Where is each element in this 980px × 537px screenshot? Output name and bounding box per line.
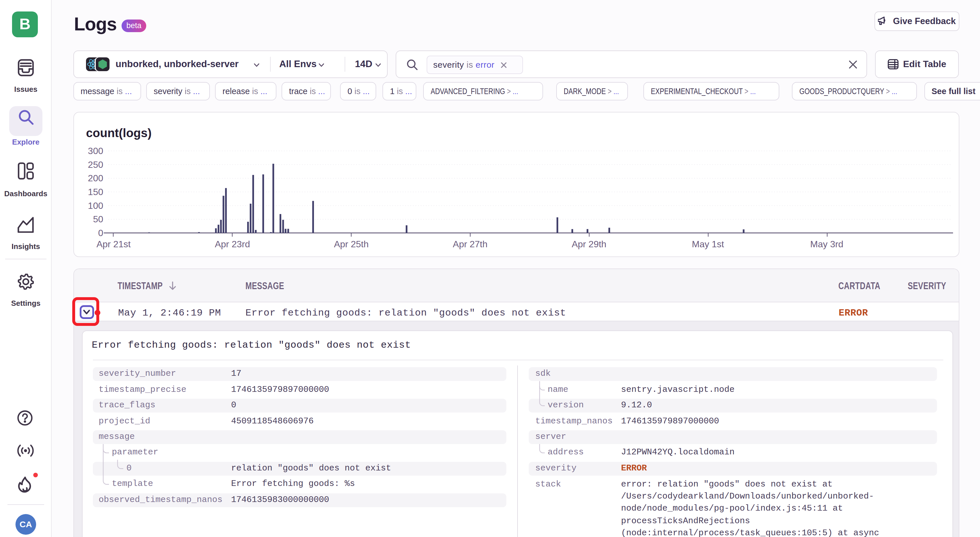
svg-text:Apr 21st: Apr 21st xyxy=(96,239,130,249)
svg-text:Apr 25th: Apr 25th xyxy=(334,239,369,249)
svg-text:0: 0 xyxy=(98,228,103,238)
svg-text:50: 50 xyxy=(93,214,103,224)
svg-text:100: 100 xyxy=(88,201,103,211)
svg-text:May 3rd: May 3rd xyxy=(810,239,843,249)
svg-text:Apr 27th: Apr 27th xyxy=(453,239,487,249)
svg-text:200: 200 xyxy=(88,173,103,183)
svg-text:May 1st: May 1st xyxy=(692,239,724,249)
svg-text:250: 250 xyxy=(88,159,103,170)
svg-text:Apr 29th: Apr 29th xyxy=(572,239,606,249)
svg-text:300: 300 xyxy=(88,146,103,156)
svg-text:Apr 23rd: Apr 23rd xyxy=(215,239,250,249)
svg-text:150: 150 xyxy=(88,187,103,197)
